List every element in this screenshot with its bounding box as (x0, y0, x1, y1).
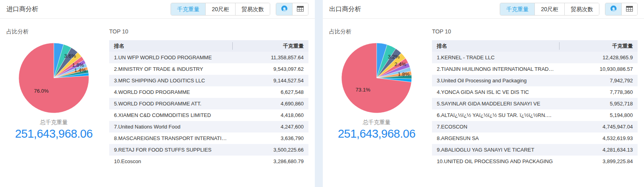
table-row[interactable]: 10.Ecoscon3,286,680.79 (109, 156, 308, 167)
page-title: 进口商分析 (6, 5, 38, 14)
table-view-button[interactable] (292, 3, 308, 15)
rank-column-header: 排名 (432, 40, 560, 52)
table-icon (626, 6, 633, 13)
kg-weight-value: 4,281,634.13 (560, 144, 638, 156)
table-row[interactable]: 3.United Oil Processing and Packaging7,9… (432, 75, 638, 86)
top10-table: 排名 千克重量 1.KERNEL - TRADE LLC12,428,965.9… (432, 40, 638, 167)
kg-weight-value: 12,428,965.9 (560, 52, 638, 63)
tab-kg-weight[interactable]: 千克重量 (500, 3, 534, 15)
view-toggle (605, 3, 638, 16)
company-name: 3.MRC SHIPPING AND LOGITICS LLC (109, 75, 233, 86)
metric-tabs: 千克重量 20尺柜 贸易次数 (500, 3, 599, 16)
table-row[interactable]: 9.ABALIOGLU YAG SANAYI VE TICARET4,281,6… (432, 144, 638, 156)
kg-weight-value: 5,194,800 (560, 109, 638, 121)
table-row[interactable]: 1.UN WFP WORLD FOOD PROGRAMME11,358,857.… (109, 52, 308, 63)
importer-panel-body: 占比分析 3.6%1.8%1.4%76.0% 总千克重量 251,643,968… (0, 19, 315, 187)
table-row[interactable]: 10.UNITED OIL PROCESSING AND PACKAGING3,… (432, 156, 638, 167)
kg-weight-value: 6,627,548 (233, 86, 308, 98)
importer-panel-header: 进口商分析 千克重量 20尺柜 贸易次数 (0, 0, 315, 19)
pie-chart: 3.2%2.4%1.8%73.1% (339, 40, 414, 116)
tab-trade-count[interactable]: 贸易次数 (235, 3, 270, 15)
table-header-row: 排名 千克重量 (109, 40, 308, 52)
pie-view-button[interactable] (605, 3, 621, 15)
table-row[interactable]: 6.XIAMEN C&D COMMODITIES LIMITED4,418,06… (109, 109, 308, 121)
pie-view-button[interactable] (276, 3, 292, 15)
kg-weight-value: 11,358,857.64 (233, 52, 308, 63)
rank-column-header: 排名 (109, 40, 233, 52)
table-header-row: 排名 千克重量 (432, 40, 638, 52)
tab-trade-count[interactable]: 贸易次数 (564, 3, 599, 15)
kg-weight-value: 7,942,792 (560, 75, 638, 86)
company-name: 10.Ecoscon (109, 156, 233, 167)
table-row[interactable]: 7.ECOSCON4,745,947.04 (432, 121, 638, 132)
table-row[interactable]: 3.MRC SHIPPING AND LOGITICS LLC9,144,527… (109, 75, 308, 86)
top10-section: TOP 10 排名 千克重量 1.KERNEL - TRADE LLC12,42… (432, 22, 638, 187)
table-view-button[interactable] (621, 3, 637, 15)
value-column-header: 千克重量 (233, 40, 308, 52)
proportion-section-title: 占比分析 (329, 28, 424, 35)
table-row[interactable]: 5.WORLD FOOD PROGRAMME ATT.4,690,860 (109, 98, 308, 109)
kg-weight-value: 3,899,225.84 (560, 156, 638, 167)
table-row[interactable]: 4.YONCA GIDA SAN ISL IC VE DIS TIC7,778,… (432, 86, 638, 98)
panel-divider (315, 0, 323, 187)
company-name: 1.KERNEL - TRADE LLC (432, 52, 560, 63)
pie-slice-label: 76.0% (34, 88, 49, 94)
company-name: 5.SAYINLAR GIDA MADDELERI SANAYI VE (432, 98, 560, 109)
exporter-panel-body: 占比分析 3.2%2.4%1.8%73.1% 总千克重量 251,643,968… (323, 19, 644, 187)
company-name: 10.UNITED OIL PROCESSING AND PACKAGING (432, 156, 560, 167)
company-name: 8.MASCAREIGNES TRANSPORT INTERNATIONA (109, 132, 233, 144)
pie-slice-label: 1.8% (398, 71, 410, 77)
importer-panel: 进口商分析 千克重量 20尺柜 贸易次数 (0, 0, 315, 187)
metric-tabs: 千克重量 20尺柜 贸易次数 (171, 3, 270, 16)
table-row[interactable]: 7.United Nations World Food4,247,600 (109, 121, 308, 132)
company-name: 7.ECOSCON (432, 121, 560, 132)
pie-chart-container: 3.2%2.4%1.8%73.1% (339, 40, 414, 116)
company-name: 5.WORLD FOOD PROGRAMME ATT. (109, 98, 233, 109)
company-name: 2.MINISTRY OF TRADE & INDUSTRY (109, 63, 233, 75)
table-row[interactable]: 8.MASCAREIGNES TRANSPORT INTERNATIONA3,6… (109, 132, 308, 144)
table-row[interactable]: 8.ARGENSUN SA4,532,619.93 (432, 132, 638, 144)
kg-weight-value: 5,952,718 (560, 98, 638, 109)
trade-analysis-dashboard: 进口商分析 千克重量 20尺柜 贸易次数 (0, 0, 644, 187)
pie-slice-label: 3.6% (64, 53, 76, 59)
kg-weight-value: 10,930,886.57 (560, 63, 638, 75)
pie-chart: 3.6%1.8%1.4%76.0% (16, 40, 92, 116)
table-row[interactable]: 4.WORLD FOOD PROGRAMME6,627,548 (109, 86, 308, 98)
kg-weight-value: 4,418,060 (233, 109, 308, 121)
company-name: 2.TIANJIN HUILINONG INTERNATIONAL TRADE … (432, 63, 560, 75)
exporter-panel-header: 出口商分析 千克重量 20尺柜 贸易次数 (323, 0, 644, 19)
tab-20ft-container[interactable]: 20尺柜 (205, 3, 235, 15)
top10-section: TOP 10 排名 千克重量 1.UN WFP WORLD FOOD PROGR… (109, 22, 308, 187)
top10-table: 排名 千克重量 1.UN WFP WORLD FOOD PROGRAMME11,… (109, 40, 308, 167)
table-row[interactable]: 5.SAYINLAR GIDA MADDELERI SANAYI VE5,952… (432, 98, 638, 109)
pie-chart-icon (610, 5, 617, 13)
kg-weight-value: 3,286,680.79 (233, 156, 308, 167)
company-name: 9.ABALIOGLU YAG SANAYI VE TICARET (432, 144, 560, 156)
kg-weight-value: 9,543,097.62 (233, 63, 308, 75)
company-name: 4.WORLD FOOD PROGRAMME (109, 86, 233, 98)
table-row[interactable]: 1.KERNEL - TRADE LLC12,428,965.9 (432, 52, 638, 63)
kg-weight-value: 3,500,225.66 (233, 144, 308, 156)
company-name: 9.RETAJ FOR FOOD STUFFS SUPPLIES (109, 144, 233, 156)
company-name: 3.United Oil Processing and Packaging (432, 75, 560, 86)
kg-weight-value: 9,144,527.54 (233, 75, 308, 86)
table-row[interactable]: 6.ALTAï¿½ï¿½ YAï¿½ï¿½ SU TAR. ï¿½ï¿½RN.G… (432, 109, 638, 121)
tab-kg-weight[interactable]: 千克重量 (171, 3, 205, 15)
company-name: 6.ALTAï¿½ï¿½ YAï¿½ï¿½ SU TAR. ï¿½ï¿½RN.G… (432, 109, 560, 121)
table-icon (297, 6, 304, 13)
company-name: 8.ARGENSUN SA (432, 132, 560, 144)
table-row[interactable]: 9.RETAJ FOR FOOD STUFFS SUPPLIES3,500,22… (109, 144, 308, 156)
pie-slice-label: 73.1% (355, 87, 370, 93)
kg-weight-value: 4,247,600 (233, 121, 308, 132)
proportion-section: 占比分析 3.6%1.8%1.4%76.0% 总千克重量 251,643,968… (6, 22, 101, 187)
proportion-section: 占比分析 3.2%2.4%1.8%73.1% 总千克重量 251,643,968… (329, 22, 424, 187)
company-name: 4.YONCA GIDA SAN ISL IC VE DIS TIC (432, 86, 560, 98)
company-name: 6.XIAMEN C&D COMMODITIES LIMITED (109, 109, 233, 121)
total-weight-label: 总千克重量 (6, 119, 101, 126)
tab-20ft-container[interactable]: 20尺柜 (534, 3, 564, 15)
table-row[interactable]: 2.MINISTRY OF TRADE & INDUSTRY9,543,097.… (109, 63, 308, 75)
kg-weight-value: 3,636,790 (233, 132, 308, 144)
table-row[interactable]: 2.TIANJIN HUILINONG INTERNATIONAL TRADE … (432, 63, 638, 75)
pie-chart-container: 3.6%1.8%1.4%76.0% (16, 40, 92, 116)
page-title: 出口商分析 (329, 5, 361, 14)
